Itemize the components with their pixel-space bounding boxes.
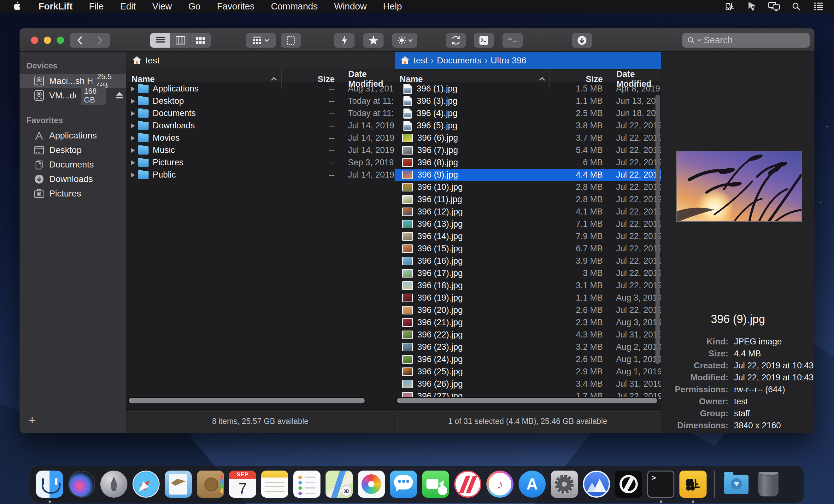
dock-mail[interactable]	[164, 470, 192, 503]
dock-maps[interactable]: 3D	[326, 470, 353, 503]
dock-notes[interactable]	[261, 470, 288, 503]
file-row-396-(13).jpg[interactable]: 396 (13).jpg7.1 MBJul 22, 2019 at 10:	[395, 218, 661, 230]
dock-contacts[interactable]	[197, 470, 224, 503]
left-horizontal-scrollbar[interactable]	[128, 397, 366, 404]
eject-icon[interactable]	[115, 92, 122, 99]
file-row-396-(14).jpg[interactable]: 396 (14).jpg7.9 MBJul 22, 2019 at 10:	[395, 230, 661, 243]
right-vertical-scrollbar[interactable]	[656, 95, 660, 364]
dock-forklift[interactable]	[679, 470, 707, 503]
file-row-396-(17).jpg[interactable]: 396 (17).jpg3 MBJul 22, 2019 at 10:	[395, 267, 661, 280]
file-row-396-(5).jpg[interactable]: 396 (5).jpg3.8 MBJul 22, 2019 at 10:	[395, 119, 661, 132]
dock-calendar[interactable]: SEP7	[229, 470, 256, 503]
file-row-Movies[interactable]: Movies--Jul 14, 2019 at 7:04…	[127, 132, 394, 144]
activity-button[interactable]	[334, 33, 354, 48]
file-row-Music[interactable]: Music--Jul 14, 2019 at 7:04…	[127, 144, 394, 156]
path-segment-test[interactable]: test	[414, 56, 428, 65]
file-row-396-(16).jpg[interactable]: 396 (16).jpg3.9 MBJul 22, 2019 at 10:	[395, 255, 661, 267]
connect-button[interactable]	[503, 33, 523, 48]
file-row-396-(18).jpg[interactable]: 396 (18).jpg3.1 MBJul 22, 2019 at 10:	[395, 280, 661, 292]
sidebar-item-downloads[interactable]: Downloads	[20, 172, 126, 187]
forklift-icon[interactable]	[724, 0, 736, 13]
sidebar-item-pictures[interactable]: Pictures	[20, 187, 126, 201]
file-row-396-(7).jpg[interactable]: 396 (7).jpg5.4 MBJul 22, 2019 at 10:	[395, 144, 661, 156]
sidebar-item-documents[interactable]: Documents	[20, 157, 126, 172]
sync-button[interactable]	[446, 33, 466, 48]
sidebar-device-VM...ders[interactable]: VM...ders168 GB	[20, 88, 126, 103]
menu-commands[interactable]: Commands	[263, 0, 326, 13]
file-row-396-(15).jpg[interactable]: 396 (15).jpg6.7 MBJul 22, 2019 at 10:	[395, 243, 661, 255]
menu-go[interactable]: Go	[180, 0, 209, 13]
file-row-396-(20).jpg[interactable]: 396 (20).jpg2.6 MBJul 22, 2019 at 3:3	[395, 304, 661, 316]
dock-sysprefs[interactable]	[551, 470, 578, 503]
select-button[interactable]	[281, 33, 301, 48]
dock-launchpad[interactable]	[100, 470, 127, 503]
disclosure-triangle-icon[interactable]	[131, 136, 135, 141]
path-segment-ultra-396[interactable]: Ultra 396	[491, 56, 527, 65]
apple-menu-icon[interactable]	[12, 0, 22, 13]
file-row-396-(12).jpg[interactable]: 396 (12).jpg4.1 MBJul 22, 2019 at 10:	[395, 206, 661, 218]
disclosure-triangle-icon[interactable]	[131, 173, 135, 178]
sidebar-device-Maci...sh HD[interactable]: Maci...sh HD25.5 GB	[20, 74, 126, 88]
menu-favorites[interactable]: Favorites	[209, 0, 263, 13]
file-row-Applications[interactable]: Applications--Aug 31, 2019 at 11:0…	[127, 83, 394, 95]
file-row-396-(1).jpg[interactable]: 396 (1).jpg1.5 MBApr 8, 2019 at 6:20	[395, 83, 661, 95]
file-row-396-(19).jpg[interactable]: 396 (19).jpg1.1 MBAug 3, 2019 at 4:33	[395, 292, 661, 304]
left-path-bar[interactable]: test	[127, 52, 394, 69]
displays-icon[interactable]	[768, 0, 781, 13]
file-row-Documents[interactable]: Documents--Today at 11:21 PM	[127, 107, 394, 119]
disclosure-triangle-icon[interactable]	[131, 148, 135, 153]
file-row-396-(3).jpg[interactable]: 396 (3).jpg1.1 MBJun 13, 2015 at 9:1	[395, 95, 661, 107]
file-row-Pictures[interactable]: Pictures--Sep 3, 2019 at 1:53…	[127, 156, 394, 169]
file-row-396-(9).jpg[interactable]: 396 (9).jpg4.4 MBJul 22, 2019 at 10:	[395, 169, 661, 181]
menu-file[interactable]: File	[81, 0, 112, 13]
dock-parallels[interactable]	[615, 470, 642, 503]
file-row-Public[interactable]: Public--Jul 14, 2019 at 7:04…	[127, 169, 394, 181]
dock-finder[interactable]	[36, 470, 63, 503]
pointer-icon[interactable]	[746, 0, 758, 13]
file-row-396-(8).jpg[interactable]: 396 (8).jpg6 MBJul 22, 2019 at 10:	[395, 156, 661, 169]
dock-appstore[interactable]: A	[519, 470, 546, 503]
dock-safari[interactable]	[132, 470, 160, 503]
dock-itunes[interactable]: ♪	[486, 470, 513, 503]
dock-photos[interactable]	[358, 470, 385, 503]
file-row-Downloads[interactable]: Downloads--Jul 14, 2019 at 7:04…	[127, 119, 394, 132]
disclosure-triangle-icon[interactable]	[131, 99, 135, 104]
menu-help[interactable]: Help	[375, 0, 410, 13]
forward-button[interactable]	[90, 33, 110, 48]
dock-appcleaner[interactable]	[583, 470, 610, 503]
sidebar-item-desktop[interactable]: Desktop	[20, 143, 126, 157]
view-icons-button[interactable]	[191, 33, 211, 48]
disclosure-triangle-icon[interactable]	[131, 111, 135, 116]
file-row-396-(6).jpg[interactable]: 396 (6).jpg3.7 MBJul 22, 2019 at 10:	[395, 132, 661, 144]
file-row-396-(22).jpg[interactable]: 396 (22).jpg4.3 MBJul 31, 2019 at 1:3	[395, 329, 661, 341]
sidebar-item-applications[interactable]: Applications	[20, 128, 126, 143]
terminal-button[interactable]	[474, 33, 494, 48]
dock-terminal[interactable]: >_	[647, 470, 674, 503]
menu-forklift[interactable]: ForkLift	[30, 0, 81, 13]
file-row-396-(25).jpg[interactable]: 396 (25).jpg2.9 MBAug 1, 2019 at 12:5	[395, 366, 661, 378]
right-path-bar[interactable]: test › Documents › Ultra 396	[395, 52, 661, 69]
close-button[interactable]	[31, 37, 38, 44]
menu-view[interactable]: View	[144, 0, 180, 13]
zoom-button[interactable]	[57, 37, 64, 44]
file-row-396-(4).jpg[interactable]: 396 (4).jpg2.5 MBJun 18, 2017 at 3:2	[395, 107, 661, 119]
menu-edit[interactable]: Edit	[112, 0, 144, 13]
dock-facetime[interactable]	[422, 470, 449, 503]
file-row-396-(21).jpg[interactable]: 396 (21).jpg2.3 MBAug 3, 2019 at 4:30	[395, 316, 661, 329]
back-button[interactable]	[70, 33, 90, 48]
view-list-button[interactable]	[150, 33, 170, 48]
file-row-396-(10).jpg[interactable]: 396 (10).jpg2.8 MBJul 22, 2019 at 10:	[395, 181, 661, 193]
file-row-396-(11).jpg[interactable]: 396 (11).jpg2.8 MBJul 22, 2019 at 10:	[395, 193, 661, 206]
menu-window[interactable]: Window	[326, 0, 375, 13]
disclosure-triangle-icon[interactable]	[131, 123, 135, 128]
disclosure-triangle-icon[interactable]	[131, 160, 135, 165]
transfers-button[interactable]	[572, 33, 592, 48]
path-segment[interactable]: test	[146, 56, 160, 66]
disclosure-triangle-icon[interactable]	[131, 86, 135, 91]
right-horizontal-scrollbar[interactable]	[396, 397, 658, 404]
view-columns-button[interactable]	[170, 33, 191, 48]
file-row-396-(26).jpg[interactable]: 396 (26).jpg3.4 MBJul 31, 2019 at 1:3	[395, 378, 661, 390]
minimize-button[interactable]	[44, 37, 51, 44]
add-favorite-button[interactable]: +	[25, 413, 39, 427]
dock-trash[interactable]	[755, 470, 782, 503]
